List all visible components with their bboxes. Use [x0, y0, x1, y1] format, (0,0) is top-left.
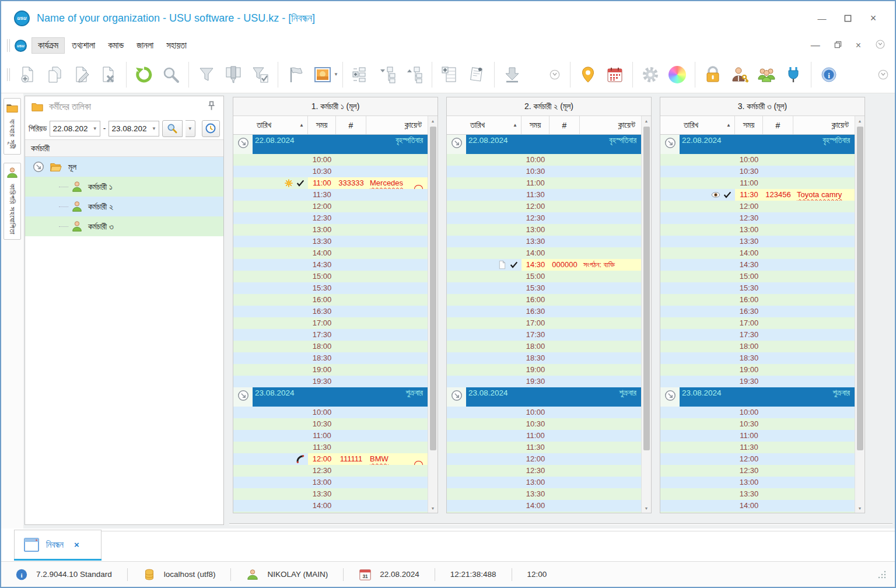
time-slot-row[interactable]: 12:30 — [660, 212, 855, 224]
tree-collapse-icon[interactable] — [374, 61, 401, 89]
column-header-client[interactable]: ক্লায়েন্ট — [793, 116, 855, 134]
time-slot-row[interactable]: 13:30 — [660, 488, 855, 500]
time-slot-row[interactable]: 10:30 — [233, 166, 428, 177]
time-slot-row[interactable]: 11:30 — [233, 442, 428, 453]
resize-grip[interactable] — [877, 570, 887, 579]
time-slot-row[interactable]: 10:30 — [660, 418, 855, 430]
mdi-close-button[interactable]: × — [856, 40, 861, 51]
pin-icon[interactable] — [205, 100, 218, 114]
minimize-button[interactable]: — — [817, 13, 827, 23]
lock-icon[interactable] — [699, 61, 726, 89]
time-slot-row[interactable]: 11:00 — [660, 177, 855, 189]
calendar-icon[interactable] — [601, 61, 628, 89]
time-slot-row[interactable]: 11:00 — [233, 430, 428, 442]
time-slot-row[interactable]: 16:00 — [660, 294, 855, 306]
scroll-down-arrow[interactable]: ▼ — [428, 503, 438, 513]
time-slot-row[interactable]: 17:30 — [447, 329, 641, 341]
time-slot-row[interactable]: 10:30 — [447, 166, 641, 177]
image-dropdown-caret[interactable]: ▼ — [334, 72, 338, 77]
time-slot-row[interactable]: 14:30 — [233, 512, 428, 513]
scroll-up-arrow[interactable]: ▲ — [428, 116, 438, 125]
time-slot-row[interactable]: 12:30 — [447, 212, 641, 224]
time-slot-row[interactable]: 14:00 — [447, 247, 641, 259]
time-slot-row[interactable]: 17:30 — [233, 329, 428, 341]
time-slot-row[interactable]: 14:00 — [447, 500, 641, 512]
menu-item-activities[interactable]: কার্যক্রম — [32, 37, 65, 54]
column-header-number[interactable]: # — [763, 116, 793, 134]
search-icon[interactable] — [158, 61, 184, 89]
time-slot-row[interactable]: 17:30 — [660, 329, 855, 341]
time-slot-row[interactable]: 13:00 — [660, 477, 855, 488]
time-slot-row[interactable]: 11:30 — [447, 189, 641, 201]
overflow-chevron-icon[interactable] — [547, 61, 563, 89]
time-slot-row[interactable]: 14:00 — [233, 500, 428, 512]
time-slot-row[interactable]: 12:00 — [447, 201, 641, 212]
numbering-icon[interactable] — [347, 61, 374, 89]
time-slot-row[interactable]: 10:00 — [660, 154, 855, 166]
time-slot-row[interactable]: 12:00 — [233, 201, 428, 212]
date-row[interactable]: 22.08.2024বৃহস্পতিবার — [233, 135, 428, 154]
filter-icon[interactable] — [193, 61, 220, 89]
time-slot-row[interactable]: 16:30 — [233, 306, 428, 317]
new-document-icon[interactable] — [15, 61, 41, 89]
time-slot-row[interactable]: 19:00 — [233, 364, 428, 376]
time-slot-row[interactable]: 14:00 — [660, 500, 855, 512]
scroll-down-arrow[interactable]: ▼ — [642, 503, 651, 513]
time-slot-row[interactable]: 18:30 — [660, 352, 855, 364]
scroll-down-arrow[interactable]: ▼ — [855, 503, 864, 513]
toolbar-drag-handle[interactable] — [7, 39, 10, 52]
date-row[interactable]: 23.08.2024শুক্রবার — [233, 387, 428, 407]
tab-close-icon[interactable]: × — [74, 540, 79, 550]
users-group-icon[interactable] — [753, 61, 780, 89]
time-slot-row[interactable]: 14:00 — [233, 247, 428, 259]
time-slot-row[interactable]: 11:30 — [447, 442, 641, 453]
column-header-client[interactable]: ক্লায়েন্ট — [580, 116, 641, 134]
circle-arrow-icon[interactable] — [237, 389, 250, 402]
time-slot-row[interactable]: 18:00 — [233, 341, 428, 352]
circle-arrow-icon[interactable] — [664, 136, 677, 149]
tree-node-root[interactable]: মূল — [25, 157, 223, 177]
scroll-up-arrow[interactable]: ▲ — [855, 116, 864, 125]
time-slot-row[interactable]: 13:30 — [233, 236, 428, 247]
time-slot-row[interactable]: 19:30 — [660, 376, 855, 387]
time-slot-row[interactable]: 18:30 — [447, 352, 641, 364]
mdi-restore-button[interactable] — [834, 40, 842, 51]
employee-column-header[interactable]: কর্মচারী — [25, 139, 223, 157]
tab-registration[interactable]: নিবন্ধন × — [14, 530, 102, 559]
time-slot-row[interactable]: 18:00 — [447, 341, 641, 352]
period-from-combobox[interactable]: 22.08.202▼ — [50, 121, 100, 136]
time-slot-row[interactable]: 12:30 — [447, 465, 641, 477]
time-slot-row[interactable]: 14:30 — [447, 512, 641, 513]
scroll-up-arrow[interactable]: ▲ — [642, 116, 651, 125]
time-slot-row[interactable]: 16:00 — [447, 294, 641, 306]
time-slot-row[interactable]: 14:30 — [233, 259, 428, 271]
appointment-row[interactable]: 11:00 333333 Mercedes — [233, 177, 428, 189]
time-slot-row[interactable]: 18:00 — [660, 341, 855, 352]
appointment-row[interactable]: 14:30 000000 সংগঠন: ব্যক্তি — [447, 259, 641, 271]
time-slot-row[interactable]: 15:30 — [447, 282, 641, 294]
time-slot-row[interactable]: 12:00 — [660, 453, 855, 465]
status-user[interactable]: NIKOLAY (MAIN) — [246, 568, 328, 581]
date-row[interactable]: 22.08.2024বৃহস্পতিবার — [660, 135, 855, 154]
time-slot-row[interactable]: 11:00 — [447, 430, 641, 442]
scrollbar-thumb[interactable] — [430, 127, 436, 450]
time-slot-row[interactable]: 12:30 — [233, 212, 428, 224]
circle-arrow-icon[interactable] — [450, 136, 463, 149]
column-header-date[interactable]: তারিখ▲ — [233, 116, 308, 134]
circle-arrow-icon[interactable] — [664, 389, 677, 402]
time-slot-row[interactable]: 11:30 — [233, 189, 428, 201]
vertical-scrollbar[interactable]: ▲ ▼ — [428, 116, 438, 513]
settings-gear-icon[interactable] — [637, 61, 664, 89]
time-slot-row[interactable]: 15:30 — [660, 282, 855, 294]
tree-node-employee[interactable]: কর্মচারী ১ — [25, 177, 223, 197]
period-search-button[interactable] — [162, 120, 183, 137]
time-slot-row[interactable]: 13:00 — [233, 477, 428, 488]
time-slot-row[interactable]: 19:30 — [233, 376, 428, 387]
time-slot-row[interactable]: 10:00 — [233, 154, 428, 166]
menu-item-windows[interactable]: জানলা — [131, 38, 159, 53]
period-to-combobox[interactable]: 23.08.202▼ — [108, 121, 159, 136]
report-icon[interactable] — [463, 61, 490, 89]
close-button[interactable]: × — [868, 13, 878, 23]
time-slot-row[interactable]: 13:00 — [660, 224, 855, 236]
time-slot-row[interactable]: 10:30 — [233, 418, 428, 430]
